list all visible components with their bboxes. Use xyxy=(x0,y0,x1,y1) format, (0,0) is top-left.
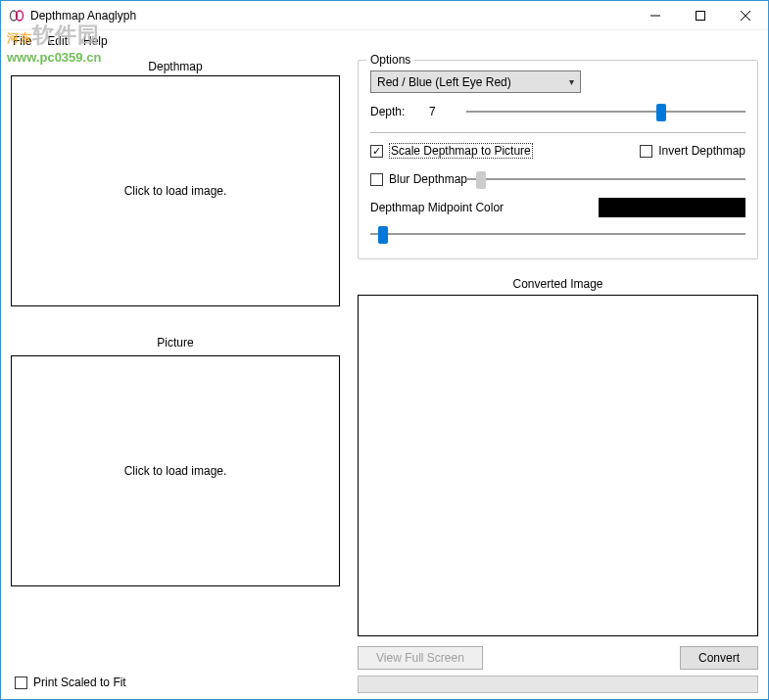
invert-checkbox[interactable] xyxy=(640,145,652,158)
close-button[interactable] xyxy=(723,1,768,30)
depth-label: Depth: xyxy=(370,105,411,118)
depth-value: 7 xyxy=(429,105,449,118)
print-scaled-checkbox[interactable] xyxy=(15,677,27,689)
depth-slider[interactable] xyxy=(466,101,745,122)
depthmap-label: Depthmap xyxy=(11,60,340,73)
picture-label: Picture xyxy=(11,336,340,350)
converted-label: Converted Image xyxy=(358,277,758,291)
chevron-down-icon: ▾ xyxy=(569,76,574,87)
invert-label: Invert Depthmap xyxy=(658,144,745,158)
svg-rect-3 xyxy=(697,12,705,21)
scale-checkbox[interactable] xyxy=(370,145,383,158)
picture-image-box[interactable]: Click to load image. xyxy=(11,355,340,586)
depthmap-load-prompt: Click to load image. xyxy=(124,184,227,198)
mode-selected-text: Red / Blue (Left Eye Red) xyxy=(377,75,511,89)
midpoint-color-swatch[interactable] xyxy=(599,198,745,217)
blur-label: Blur Depthmap xyxy=(389,172,467,186)
progress-bar xyxy=(358,676,758,693)
mode-select[interactable]: Red / Blue (Left Eye Red) ▾ xyxy=(370,70,581,93)
print-scaled-label: Print Scaled to Fit xyxy=(33,676,126,689)
convert-button[interactable]: Convert xyxy=(680,646,758,670)
menu-file[interactable]: File xyxy=(7,32,37,50)
titlebar: Depthmap Anaglyph xyxy=(1,1,768,30)
window-title: Depthmap Anaglyph xyxy=(30,9,633,23)
midpoint-slider[interactable] xyxy=(370,223,745,245)
footer-check: Print Scaled to Fit xyxy=(15,676,126,689)
options-legend: Options xyxy=(366,53,414,67)
minimize-button[interactable] xyxy=(633,1,678,30)
depthmap-image-box[interactable]: Click to load image. xyxy=(11,75,340,306)
view-full-screen-button[interactable]: View Full Screen xyxy=(358,646,483,670)
converted-image-box xyxy=(358,295,758,636)
options-group: Options Red / Blue (Left Eye Red) ▾ Dept… xyxy=(358,60,758,259)
maximize-button[interactable] xyxy=(678,1,723,30)
window-controls xyxy=(633,1,768,29)
blur-slider[interactable] xyxy=(467,168,745,190)
menu-edit[interactable]: Edit xyxy=(41,32,73,50)
midpoint-label: Depthmap Midpoint Color xyxy=(370,201,504,214)
blur-checkbox[interactable] xyxy=(370,173,383,186)
app-icon xyxy=(9,8,24,23)
scale-label: Scale Depthmap to Picture xyxy=(389,143,533,159)
menu-help[interactable]: Help xyxy=(77,32,114,50)
picture-load-prompt: Click to load image. xyxy=(124,464,227,478)
menubar: File Edit Help xyxy=(1,30,768,52)
